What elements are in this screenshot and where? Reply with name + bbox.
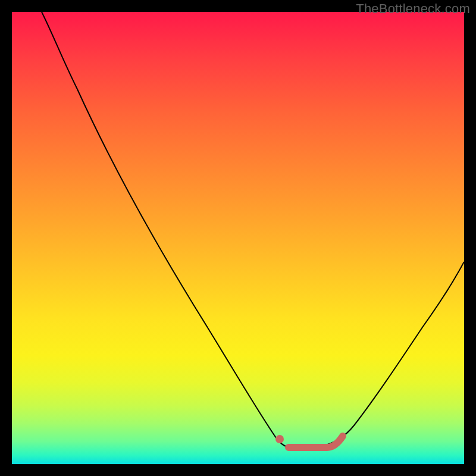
- bottleneck-curve: [42, 12, 464, 446]
- chart-area: [12, 12, 464, 464]
- optimal-marker-dot: [275, 435, 284, 443]
- optimal-marker-line: [289, 436, 343, 447]
- watermark-text: TheBottleneck.com: [356, 1, 470, 17]
- plot-svg: [12, 12, 464, 464]
